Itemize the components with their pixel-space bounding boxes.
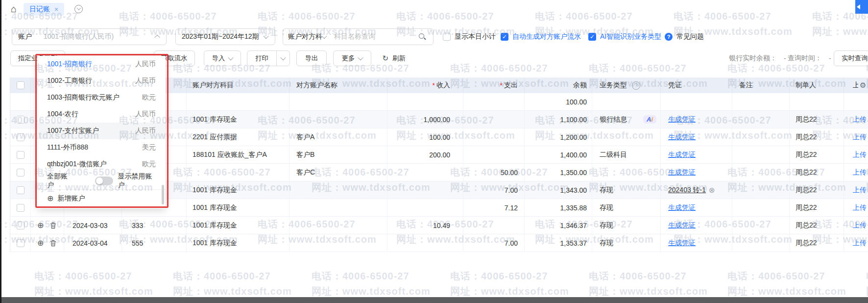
row-checkbox[interactable] — [17, 222, 24, 229]
show-disabled-toggle[interactable] — [95, 177, 113, 185]
import-button[interactable]: 导入 — [204, 50, 241, 66]
upload-link[interactable]: 上传 — [853, 115, 867, 124]
account-option[interactable]: 1002-工商银行人民币 — [37, 73, 166, 89]
col-header-voucher: 凭证 — [661, 77, 732, 93]
export-button[interactable]: 导出 — [296, 50, 327, 66]
upload-link[interactable]: 上传 — [853, 239, 867, 248]
account-option[interactable]: 1001-招商银行人民币 — [37, 56, 166, 73]
chevron-down-icon — [358, 55, 363, 60]
cell-name — [289, 93, 387, 110]
row-checkbox[interactable] — [17, 186, 24, 194]
generate-voucher-link[interactable]: 生成凭证 — [668, 133, 696, 142]
add-row-icon[interactable]: ⊕ — [37, 239, 44, 247]
subject-search-box[interactable]: 账户对方科 科目名称查询 — [283, 28, 434, 45]
account-option-name: 1001-招商银行 — [47, 60, 135, 69]
account-option[interactable]: 1007-支付宝账户人民币 — [37, 123, 166, 139]
realtime-query-button[interactable]: 实时查询 — [834, 50, 868, 66]
more-button[interactable]: 更多 — [333, 50, 371, 66]
upload-link[interactable]: 上传 — [853, 133, 867, 142]
delete-row-icon[interactable] — [50, 240, 56, 247]
col-header-subject: 账户对方科目 — [187, 77, 289, 93]
upload-link[interactable]: 上传 — [853, 168, 867, 177]
cell-income: 1,000.00 — [387, 111, 463, 128]
account-option-currency: 人民币 — [135, 126, 156, 135]
cell-voucher: 202403 转-1⊗ — [661, 181, 732, 199]
dropdown-scrollbar[interactable] — [162, 185, 164, 204]
search-icon[interactable] — [419, 33, 426, 41]
delete-row-icon[interactable] — [50, 222, 56, 229]
print-split-button[interactable]: 打印 — [247, 50, 290, 66]
remove-voucher-icon[interactable]: ⊗ — [709, 186, 715, 195]
cell-subject: 188101 应收账款_客户A — [187, 146, 289, 163]
print-dropdown-arrow[interactable] — [277, 56, 289, 60]
upload-link[interactable]: 上传 — [853, 203, 867, 212]
generate-voucher-link[interactable]: 生成凭证 — [668, 168, 696, 177]
watermark-text: 网址：www.tdxsoft.com — [312, 285, 431, 298]
account-select[interactable]: 账户 1001-招商银行(人民币) — [12, 28, 167, 45]
cell-upload — [844, 93, 868, 110]
generate-voucher-link[interactable]: 生成凭证 — [668, 151, 696, 159]
column-settings-gear-icon[interactable]: ⚙ — [860, 81, 866, 90]
add-account-label: 新增账户 — [57, 194, 85, 203]
generate-voucher-link[interactable]: 生成凭证 — [668, 115, 696, 124]
checkbox-checked[interactable]: ✓ — [501, 33, 508, 41]
upload-link[interactable]: 上传 — [853, 221, 867, 230]
row-checkbox[interactable] — [17, 239, 24, 247]
col-header-name: 对方账户名称 — [289, 77, 387, 93]
row-checkbox[interactable] — [17, 133, 24, 141]
cell-balance: 1,353.37 — [525, 234, 592, 252]
add-row-icon[interactable]: ⊕ — [37, 222, 44, 229]
checkbox-auto-flow[interactable]: ✓ 自动生成对方账户流水 — [501, 28, 581, 45]
period-select[interactable]: 2023年01期~2024年12期 — [175, 28, 275, 45]
checkbox-checked[interactable]: ✓ — [588, 33, 596, 41]
cell-check — [10, 199, 31, 216]
required-asterisk: * — [500, 81, 503, 89]
chevron-down-icon — [321, 33, 327, 39]
row-checkbox[interactable] — [17, 204, 24, 212]
row-checkbox[interactable] — [17, 116, 24, 124]
row-checkbox[interactable] — [17, 169, 24, 177]
period-select-value: 2023年01期~2024年12期 — [182, 32, 264, 41]
account-option-name: qthbzj001-微信账户 — [47, 160, 142, 169]
home-icon[interactable]: ⌂ — [11, 3, 17, 15]
upload-link[interactable]: 上传 — [853, 186, 867, 195]
cell-income: 100.00 — [387, 128, 463, 146]
generate-voucher-link[interactable]: 生成凭证 — [668, 239, 696, 248]
cell-ops: ⊕ — [31, 234, 64, 252]
upload-link[interactable]: 上传 — [853, 151, 867, 159]
cell-upload: 上传 — [844, 164, 868, 181]
cell-date: 2024-03-04 — [64, 234, 122, 252]
corner-button[interactable] — [855, 0, 868, 14]
table-row: ⊕2024-03-033331001 库存现金10.491,346.37存现生成… — [10, 217, 868, 234]
checkbox-daily-subtotal[interactable]: 显示本日小计 — [443, 28, 496, 45]
generate-voucher-link[interactable]: 生成凭证 — [668, 203, 696, 212]
chevron-down-icon — [228, 55, 234, 60]
cell-subject: 1001 库存现金 — [187, 217, 289, 234]
subject-search-input[interactable]: 科目名称查询 — [334, 32, 419, 41]
cell-name — [289, 234, 387, 252]
cell-maker: 周总22 — [790, 146, 844, 163]
faq-link[interactable]: ? 常见问题 — [665, 28, 704, 45]
checkbox-unchecked[interactable] — [443, 33, 451, 41]
account-option[interactable]: qthbzj001-微信账户欧元 — [37, 156, 166, 173]
subject-type-selector[interactable]: 账户对方科 — [288, 32, 322, 41]
tab-journal[interactable]: 日记账 × — [24, 3, 64, 16]
cell-expense: 7.12 — [463, 199, 525, 216]
select-all-checkbox[interactable] — [17, 81, 24, 89]
history-dropdown-icon[interactable] — [74, 5, 83, 13]
account-option[interactable]: 1003-招商银行欧元账户欧元 — [37, 89, 166, 106]
checkbox-ai-biztype[interactable]: ✓ AI智能识别业务类型 — [588, 28, 661, 45]
tab-close-icon[interactable]: × — [54, 5, 58, 13]
bottom-strip — [0, 297, 868, 303]
col-header-balance: 余额 — [525, 77, 592, 93]
cell-note — [732, 181, 790, 199]
row-checkbox[interactable] — [17, 151, 24, 159]
voucher-number-link[interactable]: 202403 转-1 — [668, 186, 706, 195]
account-option[interactable]: 1004-农行人民币 — [37, 106, 166, 123]
cell-note — [732, 93, 790, 110]
table-row: ⊕2024-03-045551001 库存现金7.001,353.37存现生成凭… — [10, 234, 868, 252]
account-option[interactable]: 1111-外币888美元 — [37, 139, 166, 156]
add-account-button[interactable]: ⊕ 新增账户 — [37, 189, 166, 207]
refresh-button[interactable]: ↻ 刷新 — [374, 50, 413, 66]
generate-voucher-link[interactable]: 生成凭证 — [668, 221, 696, 230]
